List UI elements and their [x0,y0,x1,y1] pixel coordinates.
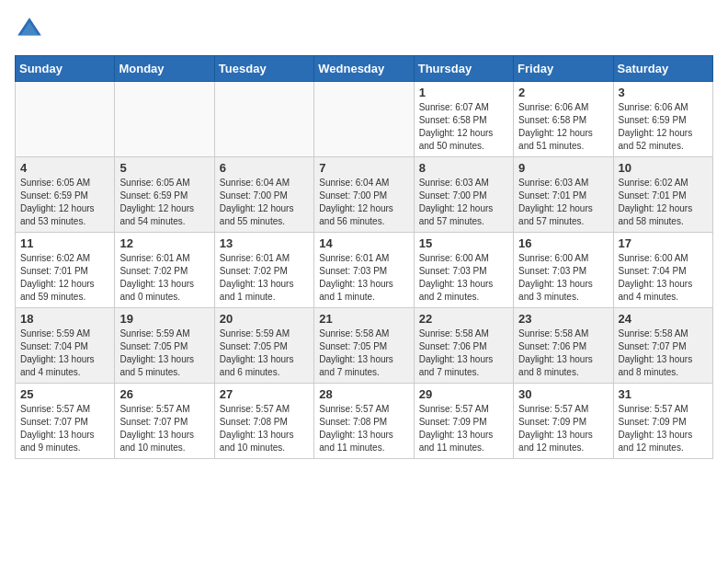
calendar-cell: 19Sunrise: 5:59 AMSunset: 7:05 PMDayligh… [115,308,214,384]
calendar-cell: 29Sunrise: 5:57 AMSunset: 7:09 PMDayligh… [414,384,513,459]
calendar-cell: 21Sunrise: 5:58 AMSunset: 7:05 PMDayligh… [314,308,414,384]
day-info: Sunrise: 6:05 AMSunset: 6:59 PMDaylight:… [119,177,209,228]
day-number: 16 [518,236,608,250]
day-info: Sunrise: 6:06 AMSunset: 6:59 PMDaylight:… [619,101,708,153]
day-number: 17 [619,236,708,250]
calendar-header-row: SundayMondayTuesdayWednesdayThursdayFrid… [16,56,713,82]
day-info: Sunrise: 5:57 AMSunset: 7:08 PMDaylight:… [319,403,408,454]
calendar-cell: 17Sunrise: 6:00 AMSunset: 7:04 PMDayligh… [613,233,712,308]
logo [15,15,48,44]
calendar-cell: 4Sunrise: 6:05 AMSunset: 6:59 PMDaylight… [16,157,115,233]
day-info: Sunrise: 6:06 AMSunset: 6:58 PMDaylight:… [518,101,608,153]
day-number: 1 [419,86,508,99]
day-info: Sunrise: 6:01 AMSunset: 7:02 PMDaylight:… [119,252,209,304]
day-number: 10 [619,161,708,175]
day-number: 4 [20,161,109,175]
calendar-cell: 16Sunrise: 6:00 AMSunset: 7:03 PMDayligh… [514,233,613,308]
day-info: Sunrise: 6:00 AMSunset: 7:04 PMDaylight:… [619,252,708,304]
day-info: Sunrise: 5:59 AMSunset: 7:05 PMDaylight:… [220,327,309,379]
day-number: 22 [419,312,508,326]
calendar-cell: 12Sunrise: 6:01 AMSunset: 7:02 PMDayligh… [115,233,214,308]
calendar-cell: 11Sunrise: 6:02 AMSunset: 7:01 PMDayligh… [16,233,115,308]
day-info: Sunrise: 6:04 AMSunset: 7:00 PMDaylight:… [220,177,309,228]
logo-icon [15,15,44,44]
day-info: Sunrise: 6:00 AMSunset: 7:03 PMDaylight:… [518,252,608,304]
day-number: 30 [518,387,608,401]
day-number: 21 [319,312,408,326]
day-info: Sunrise: 6:07 AMSunset: 6:58 PMDaylight:… [419,101,508,153]
calendar-cell: 22Sunrise: 5:58 AMSunset: 7:06 PMDayligh… [414,308,513,384]
day-info: Sunrise: 5:57 AMSunset: 7:09 PMDaylight:… [419,403,508,454]
calendar-week-5: 25Sunrise: 5:57 AMSunset: 7:07 PMDayligh… [16,384,713,459]
day-number: 24 [619,312,708,326]
day-number: 31 [619,387,708,401]
day-info: Sunrise: 5:59 AMSunset: 7:04 PMDaylight:… [20,327,109,379]
calendar-cell: 1Sunrise: 6:07 AMSunset: 6:58 PMDaylight… [414,82,513,157]
day-header-sunday: Sunday [16,56,115,82]
day-info: Sunrise: 5:58 AMSunset: 7:07 PMDaylight:… [619,327,708,379]
day-number: 20 [220,312,309,326]
day-info: Sunrise: 5:57 AMSunset: 7:09 PMDaylight:… [619,403,708,454]
day-number: 13 [220,236,309,250]
day-header-friday: Friday [514,56,613,82]
day-number: 18 [20,312,109,326]
day-info: Sunrise: 5:58 AMSunset: 7:06 PMDaylight:… [419,327,508,379]
calendar-cell: 15Sunrise: 6:00 AMSunset: 7:03 PMDayligh… [414,233,513,308]
day-info: Sunrise: 6:03 AMSunset: 7:01 PMDaylight:… [518,177,608,228]
calendar-cell: 2Sunrise: 6:06 AMSunset: 6:58 PMDaylight… [514,82,613,157]
calendar-cell: 18Sunrise: 5:59 AMSunset: 7:04 PMDayligh… [16,308,115,384]
day-number: 5 [119,161,209,175]
calendar-cell: 23Sunrise: 5:58 AMSunset: 7:06 PMDayligh… [514,308,613,384]
day-number: 12 [119,236,209,250]
day-header-monday: Monday [115,56,214,82]
day-info: Sunrise: 5:57 AMSunset: 7:07 PMDaylight:… [119,403,209,454]
calendar-cell [115,82,214,157]
day-number: 6 [220,161,309,175]
calendar-cell: 7Sunrise: 6:04 AMSunset: 7:00 PMDaylight… [314,157,414,233]
calendar-cell: 30Sunrise: 5:57 AMSunset: 7:09 PMDayligh… [514,384,613,459]
calendar-cell: 3Sunrise: 6:06 AMSunset: 6:59 PMDaylight… [613,82,712,157]
day-number: 15 [419,236,508,250]
day-header-tuesday: Tuesday [214,56,313,82]
day-info: Sunrise: 6:00 AMSunset: 7:03 PMDaylight:… [419,252,508,304]
day-number: 11 [20,236,109,250]
day-info: Sunrise: 5:58 AMSunset: 7:05 PMDaylight:… [319,327,408,379]
day-number: 7 [319,161,408,175]
calendar-week-1: 1Sunrise: 6:07 AMSunset: 6:58 PMDaylight… [16,82,713,157]
day-number: 8 [419,161,508,175]
day-header-thursday: Thursday [414,56,513,82]
calendar-cell: 14Sunrise: 6:01 AMSunset: 7:03 PMDayligh… [314,233,414,308]
day-number: 2 [518,86,608,99]
day-number: 27 [220,387,309,401]
day-number: 14 [319,236,408,250]
calendar-cell: 25Sunrise: 5:57 AMSunset: 7:07 PMDayligh… [16,384,115,459]
day-header-saturday: Saturday [613,56,712,82]
calendar-cell [314,82,414,157]
calendar-week-2: 4Sunrise: 6:05 AMSunset: 6:59 PMDaylight… [16,157,713,233]
calendar-cell: 8Sunrise: 6:03 AMSunset: 7:00 PMDaylight… [414,157,513,233]
day-info: Sunrise: 5:57 AMSunset: 7:09 PMDaylight:… [518,403,608,454]
day-info: Sunrise: 6:05 AMSunset: 6:59 PMDaylight:… [20,177,109,228]
day-number: 19 [119,312,209,326]
day-number: 28 [319,387,408,401]
calendar-table: SundayMondayTuesdayWednesdayThursdayFrid… [15,55,713,459]
calendar-week-3: 11Sunrise: 6:02 AMSunset: 7:01 PMDayligh… [16,233,713,308]
day-info: Sunrise: 6:01 AMSunset: 7:03 PMDaylight:… [319,252,408,304]
calendar-week-4: 18Sunrise: 5:59 AMSunset: 7:04 PMDayligh… [16,308,713,384]
day-number: 3 [619,86,708,99]
day-number: 26 [119,387,209,401]
calendar-cell [16,82,115,157]
day-number: 23 [518,312,608,326]
day-info: Sunrise: 6:01 AMSunset: 7:02 PMDaylight:… [220,252,309,304]
day-header-wednesday: Wednesday [314,56,414,82]
calendar-cell: 24Sunrise: 5:58 AMSunset: 7:07 PMDayligh… [613,308,712,384]
day-info: Sunrise: 6:03 AMSunset: 7:00 PMDaylight:… [419,177,508,228]
calendar-cell: 26Sunrise: 5:57 AMSunset: 7:07 PMDayligh… [115,384,214,459]
calendar-cell: 13Sunrise: 6:01 AMSunset: 7:02 PMDayligh… [214,233,313,308]
day-info: Sunrise: 5:57 AMSunset: 7:07 PMDaylight:… [20,403,109,454]
calendar-cell: 9Sunrise: 6:03 AMSunset: 7:01 PMDaylight… [514,157,613,233]
calendar-cell: 20Sunrise: 5:59 AMSunset: 7:05 PMDayligh… [214,308,313,384]
day-number: 9 [518,161,608,175]
calendar-cell [214,82,313,157]
day-info: Sunrise: 6:02 AMSunset: 7:01 PMDaylight:… [619,177,708,228]
